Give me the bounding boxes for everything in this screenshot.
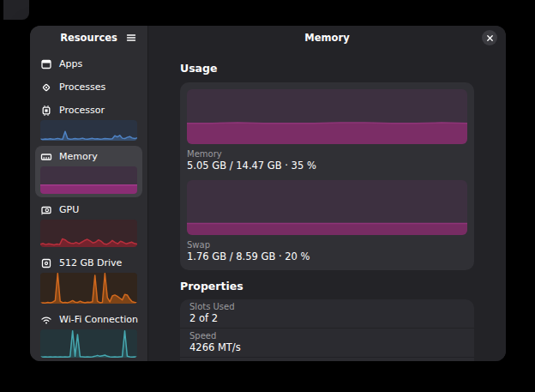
drive-sparkline (40, 273, 137, 304)
sidebar: Resources Apps (30, 26, 148, 361)
sidebar-item-label: Apps (59, 58, 82, 69)
sidebar-item-processor[interactable]: Processor (35, 100, 142, 144)
apps-icon (40, 58, 52, 70)
sidebar-item-label: 512 GB Drive (59, 257, 122, 268)
properties-card: Slots Used 2 of 2 Speed 4266 MT/s Form F… (180, 299, 474, 361)
property-label: Slots Used (189, 302, 465, 312)
property-label: Speed (189, 331, 465, 341)
memory-sparkline (40, 166, 137, 194)
close-button[interactable] (482, 30, 497, 45)
usage-heading: Usage (180, 62, 474, 75)
processor-sparkline (40, 120, 137, 141)
property-value: 4266 MT/s (189, 341, 465, 353)
close-icon (486, 34, 494, 42)
hamburger-menu-icon (125, 32, 137, 44)
sidebar-item-label: GPU (59, 204, 79, 215)
sidebar-item-label: Processor (59, 105, 105, 116)
sidebar-title: Resources (60, 32, 117, 44)
swap-usage-label: Swap (187, 240, 467, 250)
main-header: Memory (148, 26, 506, 50)
property-row-slots-used: Slots Used 2 of 2 (180, 299, 474, 328)
memory-usage-value: 5.05 GB / 14.47 GB · 35 % (187, 160, 467, 172)
sidebar-item-wifi[interactable]: Wi-Fi Connection (35, 309, 142, 361)
usage-card: Memory 5.05 GB / 14.47 GB · 35 % Swap 1.… (180, 82, 474, 270)
resources-window: Resources Apps (30, 26, 506, 361)
drive-icon (40, 257, 52, 269)
swap-usage-value: 1.76 GB / 8.59 GB · 20 % (187, 250, 467, 263)
main-content[interactable]: Usage Memory 5.05 GB / 14.47 GB · 35 % S… (148, 50, 506, 361)
sidebar-item-drive[interactable]: 512 GB Drive (35, 252, 142, 307)
sidebar-item-processes[interactable]: Processes (35, 76, 142, 98)
memory-usage-graph (187, 89, 467, 144)
main-menu-button[interactable] (123, 30, 139, 45)
main-panel: Memory Usage Memory 5.05 GB / 14.47 GB ·… (148, 26, 506, 361)
sidebar-item-label: Memory (59, 151, 98, 162)
sidebar-item-label: Processes (59, 81, 105, 93)
wifi-icon (40, 314, 52, 326)
gpu-icon (40, 204, 52, 216)
sidebar-item-label: Wi-Fi Connection (59, 314, 138, 325)
memory-icon (40, 151, 52, 163)
property-row-form-factor: Form Factor Row Of Chips (180, 357, 474, 361)
page-title: Memory (304, 32, 349, 44)
processes-icon (40, 81, 52, 93)
swap-usage-graph (187, 180, 467, 235)
property-row-speed: Speed 4266 MT/s (180, 328, 474, 357)
sidebar-item-memory[interactable]: Memory (35, 146, 142, 197)
sidebar-item-apps[interactable]: Apps (35, 53, 142, 75)
swap-usage-row: Swap 1.76 GB / 8.59 GB · 20 % (187, 180, 467, 263)
background-window-fragment (3, 0, 29, 20)
property-value: 2 of 2 (189, 312, 465, 324)
wifi-sparkline (40, 329, 137, 358)
gpu-sparkline (40, 220, 137, 247)
sidebar-list: Apps Processes (30, 50, 147, 361)
sidebar-header: Resources (30, 26, 147, 50)
memory-usage-row: Memory 5.05 GB / 14.47 GB · 35 % (187, 89, 467, 172)
processor-icon (40, 105, 52, 117)
sidebar-item-gpu[interactable]: GPU (35, 199, 142, 250)
properties-heading: Properties (180, 280, 474, 292)
memory-usage-label: Memory (187, 149, 467, 160)
property-label: Form Factor (189, 360, 465, 361)
